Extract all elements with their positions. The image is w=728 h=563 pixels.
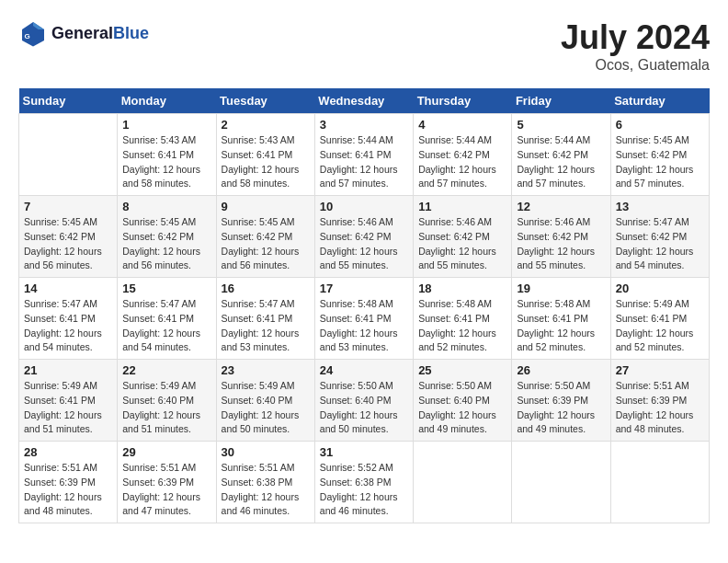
calendar-cell: 13Sunrise: 5:47 AM Sunset: 6:42 PM Dayli… xyxy=(610,196,709,278)
logo-icon: G xyxy=(18,18,48,48)
day-number: 24 xyxy=(320,363,408,377)
day-detail: Sunrise: 5:45 AM Sunset: 6:42 PM Dayligh… xyxy=(24,215,112,273)
calendar-header-row: SundayMondayTuesdayWednesdayThursdayFrid… xyxy=(19,88,710,114)
calendar-week-row: 14Sunrise: 5:47 AM Sunset: 6:41 PM Dayli… xyxy=(19,278,710,360)
calendar-cell: 27Sunrise: 5:51 AM Sunset: 6:39 PM Dayli… xyxy=(610,360,709,442)
day-number: 5 xyxy=(517,118,605,132)
day-detail: Sunrise: 5:48 AM Sunset: 6:41 PM Dayligh… xyxy=(418,297,506,355)
day-detail: Sunrise: 5:47 AM Sunset: 6:42 PM Dayligh… xyxy=(616,215,704,273)
calendar-cell: 16Sunrise: 5:47 AM Sunset: 6:41 PM Dayli… xyxy=(216,278,314,360)
calendar-week-row: 21Sunrise: 5:49 AM Sunset: 6:41 PM Dayli… xyxy=(19,360,710,442)
column-header-friday: Friday xyxy=(512,88,610,114)
calendar-cell: 1Sunrise: 5:43 AM Sunset: 6:41 PM Daylig… xyxy=(118,114,216,196)
day-number: 4 xyxy=(418,118,506,132)
day-detail: Sunrise: 5:49 AM Sunset: 6:41 PM Dayligh… xyxy=(24,379,112,437)
calendar-cell: 2Sunrise: 5:43 AM Sunset: 6:41 PM Daylig… xyxy=(216,114,314,196)
svg-text:G: G xyxy=(24,32,29,40)
day-number: 29 xyxy=(122,445,210,459)
calendar-cell: 30Sunrise: 5:51 AM Sunset: 6:38 PM Dayli… xyxy=(216,442,314,523)
calendar-cell: 19Sunrise: 5:48 AM Sunset: 6:41 PM Dayli… xyxy=(512,278,610,360)
calendar-week-row: 7Sunrise: 5:45 AM Sunset: 6:42 PM Daylig… xyxy=(19,196,710,278)
day-number: 2 xyxy=(222,118,310,132)
calendar-cell: 9Sunrise: 5:45 AM Sunset: 6:42 PM Daylig… xyxy=(216,196,314,278)
day-detail: Sunrise: 5:50 AM Sunset: 6:39 PM Dayligh… xyxy=(517,379,605,437)
day-detail: Sunrise: 5:46 AM Sunset: 6:42 PM Dayligh… xyxy=(517,215,605,273)
calendar-cell: 21Sunrise: 5:49 AM Sunset: 6:41 PM Dayli… xyxy=(19,360,118,442)
day-number: 7 xyxy=(24,200,112,213)
day-detail: Sunrise: 5:43 AM Sunset: 6:41 PM Dayligh… xyxy=(122,133,210,191)
calendar-cell xyxy=(414,442,512,523)
day-detail: Sunrise: 5:51 AM Sunset: 6:39 PM Dayligh… xyxy=(24,461,112,519)
day-detail: Sunrise: 5:48 AM Sunset: 6:41 PM Dayligh… xyxy=(517,297,605,355)
day-detail: Sunrise: 5:51 AM Sunset: 6:39 PM Dayligh… xyxy=(616,379,704,437)
calendar-cell: 17Sunrise: 5:48 AM Sunset: 6:41 PM Dayli… xyxy=(314,278,413,360)
day-number: 12 xyxy=(517,200,605,213)
day-number: 11 xyxy=(418,200,506,213)
logo: G GeneralBlue xyxy=(18,18,149,48)
day-detail: Sunrise: 5:49 AM Sunset: 6:40 PM Dayligh… xyxy=(122,379,210,437)
day-number: 18 xyxy=(418,282,506,295)
column-header-wednesday: Wednesday xyxy=(314,88,413,114)
column-header-tuesday: Tuesday xyxy=(216,88,314,114)
day-detail: Sunrise: 5:46 AM Sunset: 6:42 PM Dayligh… xyxy=(320,215,408,273)
day-detail: Sunrise: 5:47 AM Sunset: 6:41 PM Dayligh… xyxy=(222,297,310,355)
day-number: 26 xyxy=(517,363,605,377)
calendar-table: SundayMondayTuesdayWednesdayThursdayFrid… xyxy=(18,88,710,523)
calendar-cell: 15Sunrise: 5:47 AM Sunset: 6:41 PM Dayli… xyxy=(118,278,216,360)
day-number: 21 xyxy=(24,363,112,377)
column-header-monday: Monday xyxy=(118,88,216,114)
calendar-cell: 28Sunrise: 5:51 AM Sunset: 6:39 PM Dayli… xyxy=(19,442,118,523)
day-number: 1 xyxy=(122,118,210,132)
calendar-cell xyxy=(610,442,709,523)
day-detail: Sunrise: 5:49 AM Sunset: 6:40 PM Dayligh… xyxy=(222,379,310,437)
day-number: 14 xyxy=(24,282,112,295)
day-number: 22 xyxy=(122,363,210,377)
day-number: 6 xyxy=(616,118,704,132)
calendar-cell: 18Sunrise: 5:48 AM Sunset: 6:41 PM Dayli… xyxy=(414,278,512,360)
calendar-cell: 3Sunrise: 5:44 AM Sunset: 6:41 PM Daylig… xyxy=(314,114,413,196)
day-number: 31 xyxy=(320,445,408,459)
day-number: 15 xyxy=(122,282,210,295)
calendar-cell: 12Sunrise: 5:46 AM Sunset: 6:42 PM Dayli… xyxy=(512,196,610,278)
day-detail: Sunrise: 5:44 AM Sunset: 6:41 PM Dayligh… xyxy=(320,133,408,191)
calendar-cell: 25Sunrise: 5:50 AM Sunset: 6:40 PM Dayli… xyxy=(414,360,512,442)
calendar-cell: 26Sunrise: 5:50 AM Sunset: 6:39 PM Dayli… xyxy=(512,360,610,442)
calendar-cell: 22Sunrise: 5:49 AM Sunset: 6:40 PM Dayli… xyxy=(118,360,216,442)
page-subtitle: Ocos, Guatemala xyxy=(561,57,710,74)
calendar-cell: 4Sunrise: 5:44 AM Sunset: 6:42 PM Daylig… xyxy=(414,114,512,196)
day-detail: Sunrise: 5:45 AM Sunset: 6:42 PM Dayligh… xyxy=(122,215,210,273)
day-detail: Sunrise: 5:47 AM Sunset: 6:41 PM Dayligh… xyxy=(122,297,210,355)
day-number: 27 xyxy=(616,363,704,377)
day-detail: Sunrise: 5:44 AM Sunset: 6:42 PM Dayligh… xyxy=(418,133,506,191)
day-detail: Sunrise: 5:45 AM Sunset: 6:42 PM Dayligh… xyxy=(222,215,310,273)
calendar-cell: 11Sunrise: 5:46 AM Sunset: 6:42 PM Dayli… xyxy=(414,196,512,278)
calendar-cell: 5Sunrise: 5:44 AM Sunset: 6:42 PM Daylig… xyxy=(512,114,610,196)
calendar-cell: 7Sunrise: 5:45 AM Sunset: 6:42 PM Daylig… xyxy=(19,196,118,278)
day-number: 20 xyxy=(616,282,704,295)
day-number: 8 xyxy=(122,200,210,213)
calendar-cell xyxy=(512,442,610,523)
day-detail: Sunrise: 5:50 AM Sunset: 6:40 PM Dayligh… xyxy=(320,379,408,437)
calendar-cell: 24Sunrise: 5:50 AM Sunset: 6:40 PM Dayli… xyxy=(314,360,413,442)
calendar-cell: 6Sunrise: 5:45 AM Sunset: 6:42 PM Daylig… xyxy=(610,114,709,196)
page-header: G GeneralBlue July 2024 Ocos, Guatemala xyxy=(18,18,710,74)
calendar-cell: 8Sunrise: 5:45 AM Sunset: 6:42 PM Daylig… xyxy=(118,196,216,278)
calendar-week-row: 28Sunrise: 5:51 AM Sunset: 6:39 PM Dayli… xyxy=(19,442,710,523)
calendar-cell: 14Sunrise: 5:47 AM Sunset: 6:41 PM Dayli… xyxy=(19,278,118,360)
day-number: 19 xyxy=(517,282,605,295)
column-header-sunday: Sunday xyxy=(19,88,118,114)
calendar-cell: 23Sunrise: 5:49 AM Sunset: 6:40 PM Dayli… xyxy=(216,360,314,442)
day-number: 17 xyxy=(320,282,408,295)
day-detail: Sunrise: 5:48 AM Sunset: 6:41 PM Dayligh… xyxy=(320,297,408,355)
day-detail: Sunrise: 5:47 AM Sunset: 6:41 PM Dayligh… xyxy=(24,297,112,355)
day-number: 23 xyxy=(222,363,310,377)
column-header-thursday: Thursday xyxy=(414,88,512,114)
day-number: 16 xyxy=(222,282,310,295)
day-number: 9 xyxy=(222,200,310,213)
day-number: 30 xyxy=(222,445,310,459)
calendar-cell: 20Sunrise: 5:49 AM Sunset: 6:41 PM Dayli… xyxy=(610,278,709,360)
day-detail: Sunrise: 5:51 AM Sunset: 6:38 PM Dayligh… xyxy=(222,461,310,519)
day-detail: Sunrise: 5:45 AM Sunset: 6:42 PM Dayligh… xyxy=(616,133,704,191)
calendar-cell: 31Sunrise: 5:52 AM Sunset: 6:38 PM Dayli… xyxy=(314,442,413,523)
day-detail: Sunrise: 5:51 AM Sunset: 6:39 PM Dayligh… xyxy=(122,461,210,519)
